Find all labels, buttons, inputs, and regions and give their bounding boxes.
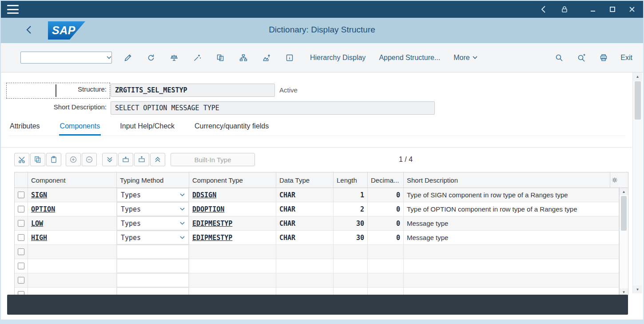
refresh-icon[interactable] <box>143 51 159 64</box>
append-structure-button[interactable]: Append Structure... <box>379 54 440 62</box>
command-input[interactable] <box>21 52 107 63</box>
command-field[interactable] <box>20 52 112 64</box>
decimals-cell <box>368 245 404 259</box>
component-cell <box>28 259 117 273</box>
short-description-field[interactable]: SELECT OPTION MESSAGE TYPE <box>111 101 435 115</box>
column-header-component-type[interactable]: Component Type <box>189 172 276 188</box>
typing-method-dropdown <box>117 245 189 259</box>
column-header-short-description[interactable]: Short Description <box>404 172 610 188</box>
typing-method-dropdown[interactable]: Types <box>117 188 189 202</box>
typing-method-cell: Types <box>117 202 189 216</box>
chevrons-down-icon[interactable] <box>102 153 117 166</box>
paste-icon[interactable] <box>46 153 61 166</box>
length-cell: 30 <box>334 231 368 245</box>
display-change-icon[interactable] <box>120 51 136 64</box>
component-link[interactable]: HIGH <box>31 234 47 242</box>
component-type-link[interactable]: DDOPTION <box>192 205 224 213</box>
scroll-down-icon[interactable]: ▼ <box>633 285 642 293</box>
table-scrollbar[interactable]: ▲ ▼ <box>619 188 628 296</box>
print-icon[interactable] <box>596 51 612 64</box>
data-type-cell <box>276 245 334 259</box>
scroll-up-icon[interactable]: ▲ <box>633 72 642 80</box>
column-header-typing-method[interactable]: Typing Method <box>117 172 189 188</box>
tab-input-help-check[interactable]: Input Help/Check <box>119 120 175 136</box>
info-icon[interactable] <box>282 51 298 64</box>
component-type-link[interactable]: EDIPMESTYP <box>192 220 232 228</box>
decimals-cell <box>368 259 404 273</box>
checkbox-cell <box>15 259 28 273</box>
row-checkbox[interactable] <box>18 277 24 284</box>
column-header-data-type[interactable]: Data Type <box>276 172 334 188</box>
compare-icon[interactable] <box>212 51 228 64</box>
structure-field[interactable]: ZRGTITS_SEL_MESTYP <box>111 84 275 97</box>
component-type-cell: DDOPTION <box>189 202 276 216</box>
component-link[interactable]: LOW <box>31 220 43 228</box>
row-checkbox[interactable] <box>18 206 24 212</box>
typing-method-dropdown[interactable]: Types <box>117 231 189 244</box>
runtime-object-icon[interactable] <box>258 51 274 64</box>
more-button[interactable]: More <box>453 54 477 62</box>
search-icon[interactable] <box>551 51 567 64</box>
decimals-cell <box>368 273 404 288</box>
remove-row-icon[interactable] <box>82 153 97 166</box>
checkbox-cell <box>15 273 28 288</box>
add-row-icon[interactable] <box>66 153 81 166</box>
decimals-cell: 0 <box>368 216 404 231</box>
row-checkbox[interactable] <box>18 192 24 198</box>
row-checkbox[interactable] <box>18 220 24 227</box>
copy-icon[interactable] <box>30 153 45 166</box>
built-in-type-button[interactable]: Built-In Type <box>171 153 255 166</box>
component-type-link[interactable]: EDIPMESTYP <box>192 234 232 242</box>
table-settings-gear-icon[interactable] <box>610 172 619 188</box>
typing-method-dropdown[interactable]: Types <box>117 202 189 216</box>
menu-icon[interactable] <box>7 5 19 14</box>
component-link[interactable]: OPTION <box>31 205 55 213</box>
short-description-cell <box>404 245 619 259</box>
table-row-empty <box>15 273 619 288</box>
data-type-cell: CHAR <box>276 231 334 245</box>
table-row: HIGHTypesEDIPMESTYPCHAR300Message type <box>15 231 619 245</box>
length-cell: 30 <box>334 216 368 231</box>
row-checkbox[interactable] <box>18 263 24 269</box>
chevron-left-icon[interactable] <box>538 4 548 14</box>
where-used-icon[interactable] <box>166 51 182 64</box>
insert-row-icon[interactable] <box>118 153 133 166</box>
typing-method-cell <box>117 245 189 259</box>
maximize-icon[interactable] <box>608 4 617 14</box>
cut-icon[interactable] <box>14 153 29 166</box>
tab-attributes[interactable]: Attributes <box>9 120 41 136</box>
tab-currency-quantity-fields[interactable]: Currency/quantity fields <box>194 120 270 136</box>
tab-components[interactable]: Components <box>59 120 101 136</box>
search-plus-icon[interactable] <box>573 51 589 64</box>
row-checkbox[interactable] <box>18 248 24 255</box>
minimize-icon[interactable] <box>588 4 598 14</box>
select-all-column[interactable] <box>15 172 28 188</box>
chevron-down-icon[interactable] <box>107 56 111 59</box>
hierarchy-display-button[interactable]: Hierarchy Display <box>310 54 366 62</box>
component-cell: OPTION <box>28 202 117 216</box>
column-header-decimals[interactable]: Decima... <box>368 172 404 188</box>
exit-button[interactable]: Exit <box>620 54 632 62</box>
scrollbar-thumb[interactable] <box>621 196 627 231</box>
typing-method-value: Types <box>121 191 141 199</box>
row-checkbox[interactable] <box>18 234 24 241</box>
delete-row-icon[interactable] <box>134 153 149 166</box>
grid-body: SIGNTypesDDSIGNCHAR10Type of SIGN compon… <box>15 188 619 296</box>
component-link[interactable]: SIGN <box>31 191 47 199</box>
wand-icon[interactable] <box>189 51 205 64</box>
column-header-component[interactable]: Component <box>28 172 117 188</box>
hierarchy-icon[interactable] <box>235 51 251 64</box>
close-icon[interactable] <box>627 4 637 14</box>
scroll-up-icon[interactable]: ▲ <box>620 188 628 195</box>
typing-method-dropdown[interactable]: Types <box>117 216 189 230</box>
length-cell: 2 <box>334 202 368 216</box>
page-scrollbar[interactable]: ▲ ▼ <box>632 72 642 293</box>
column-header-length[interactable]: Length <box>334 172 368 188</box>
scrollbar-thumb[interactable] <box>635 81 641 120</box>
structure-label: Structure: <box>1 85 107 93</box>
chevrons-up-icon[interactable] <box>150 153 165 166</box>
typing-method-value: Types <box>121 205 141 213</box>
component-type-link[interactable]: DDSIGN <box>192 191 216 199</box>
sap-gui-window: SAP Dictionary: Display Structure <box>0 0 644 324</box>
component-type-cell <box>189 259 276 273</box>
